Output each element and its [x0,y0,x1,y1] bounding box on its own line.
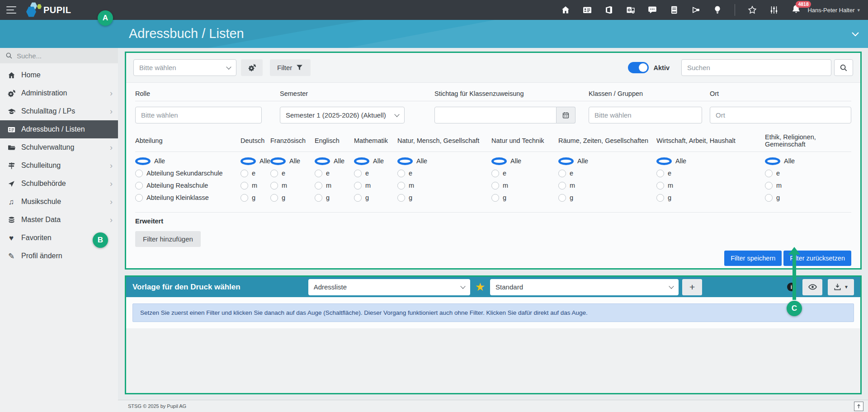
radio-option-abteilung-alle[interactable]: Alle [135,157,241,165]
stichtag-date-input[interactable] [434,107,557,123]
radio-button[interactable] [491,182,499,189]
radio-option-franzoesisch-g[interactable]: g [270,194,315,202]
radio-option-mathematik-alle[interactable]: Alle [354,157,397,165]
radio-button[interactable] [354,157,369,165]
radio-button[interactable] [241,157,256,165]
user-menu[interactable]: Hans-Peter Halter ▾ [807,7,860,14]
radio-button[interactable] [354,170,362,177]
app-logo[interactable]: PUPIL [26,2,71,18]
radio-button[interactable] [397,157,413,165]
radio-option-ethik-religionen-gemeinschaft-m[interactable]: m [765,182,851,189]
hamburger-icon[interactable] [6,6,16,14]
outlook-icon[interactable] [626,5,635,14]
radio-button[interactable] [354,194,362,202]
sliders-icon[interactable] [769,5,778,14]
radio-button[interactable] [491,194,499,202]
radio-option-wirtschaft-arbeit-haushalt-e[interactable]: e [656,170,765,177]
sidebar-item-profil-aendern[interactable]: ✎Profil ändern [0,247,118,265]
radio-option-abteilung-abteilung-sekundarschule[interactable]: Abteilung Sekundarschule [135,170,241,177]
radio-option-ethik-religionen-gemeinschaft-g[interactable]: g [765,194,851,202]
radio-button[interactable] [315,182,322,189]
radio-option-raeume-zeiten-gesellschaften-m[interactable]: m [558,182,656,189]
radio-option-deutsch-e[interactable]: e [241,170,270,177]
radio-option-deutsch-alle[interactable]: Alle [241,157,270,165]
radio-button[interactable] [270,170,278,177]
radio-option-natur-mensch-gesellschaft-m[interactable]: m [397,182,491,189]
radio-option-natur-und-technik-g[interactable]: g [491,194,558,202]
template-variant-select[interactable]: Standard [490,279,679,295]
megaphone-icon[interactable] [691,5,700,14]
radio-button[interactable] [656,170,664,177]
template-select[interactable]: Adressliste [308,279,470,295]
radio-button[interactable] [315,157,330,165]
ort-input[interactable] [710,107,851,123]
radio-button[interactable] [241,170,248,177]
radio-button[interactable] [765,194,773,202]
radio-button[interactable] [315,194,322,202]
radio-button[interactable] [354,182,362,189]
radio-option-abteilung-abteilung-realschule[interactable]: Abteilung Realschule [135,182,241,189]
scroll-to-top-button[interactable] [854,402,863,411]
search-input[interactable] [681,59,831,76]
filter-settings-button[interactable] [241,59,263,76]
contacts-icon[interactable] [583,5,592,14]
radio-option-natur-mensch-gesellschaft-g[interactable]: g [397,194,491,202]
filter-preset-select[interactable]: Bitte wählen [133,59,236,76]
radio-button[interactable] [270,157,286,165]
radio-option-franzoesisch-e[interactable]: e [270,170,315,177]
rolle-input[interactable] [135,107,262,123]
radio-button[interactable] [765,157,780,165]
sidebar-search-input[interactable] [17,52,113,60]
radio-button[interactable] [656,182,664,189]
radio-button[interactable] [135,170,143,177]
radio-button[interactable] [765,170,773,177]
radio-option-wirtschaft-arbeit-haushalt-alle[interactable]: Alle [656,157,765,165]
radio-button[interactable] [241,194,248,202]
radio-button[interactable] [491,157,507,165]
active-toggle[interactable] [628,62,649,73]
radio-option-englisch-e[interactable]: e [315,170,354,177]
radio-option-englisch-alle[interactable]: Alle [315,157,354,165]
reset-filter-button[interactable]: Filter zurücksetzen [783,251,851,266]
radio-button[interactable] [491,170,499,177]
radio-option-englisch-m[interactable]: m [315,182,354,189]
add-template-button[interactable]: + [682,279,702,295]
radio-option-abteilung-abteilung-kleinklasse[interactable]: Abteilung Kleinklasse [135,194,241,202]
radio-option-ethik-religionen-gemeinschaft-alle[interactable]: Alle [765,157,851,165]
radio-button[interactable] [765,182,773,189]
radio-button[interactable] [270,182,278,189]
download-button[interactable]: ▼ [828,279,854,295]
home-icon[interactable] [561,5,570,14]
save-filter-button[interactable]: Filter speichern [724,251,782,266]
radio-option-raeume-zeiten-gesellschaften-alle[interactable]: Alle [558,157,656,165]
sidebar-item-administration[interactable]: Administration› [0,84,118,102]
radio-option-franzoesisch-m[interactable]: m [270,182,315,189]
sidebar-search[interactable] [0,48,118,63]
semester-select[interactable]: Semester 1 (2025-2026) (Aktuell) [280,107,405,123]
radio-button[interactable] [397,170,405,177]
radio-option-deutsch-g[interactable]: g [241,194,270,202]
sidebar-item-adressbuch-listen[interactable]: Adressbuch / Listen [0,120,118,138]
radio-button[interactable] [558,182,566,189]
calendar-button[interactable] [557,107,576,123]
filter-button[interactable]: Filter [270,59,311,76]
radio-button[interactable] [135,157,151,165]
radio-option-mathematik-e[interactable]: e [354,170,397,177]
radio-button[interactable] [656,194,664,202]
preview-eye-button[interactable] [802,279,822,295]
bell-icon[interactable]: 4818 [791,4,801,16]
radio-option-englisch-g[interactable]: g [315,194,354,202]
radio-button[interactable] [558,157,574,165]
radio-button[interactable] [558,170,566,177]
radio-option-deutsch-m[interactable]: m [241,182,270,189]
sidebar-item-schulalltag-lps[interactable]: Schulalltag / LPs› [0,102,118,120]
sidebar-item-master-data[interactable]: Master Data› [0,211,118,229]
radio-button[interactable] [656,157,672,165]
chat-icon[interactable] [648,5,657,14]
radio-button[interactable] [397,194,405,202]
radio-button[interactable] [558,194,566,202]
radio-option-natur-mensch-gesellschaft-alle[interactable]: Alle [397,157,491,165]
radio-option-wirtschaft-arbeit-haushalt-g[interactable]: g [656,194,765,202]
add-filter-button[interactable]: Filter hinzufügen [135,231,201,247]
radio-option-wirtschaft-arbeit-haushalt-m[interactable]: m [656,182,765,189]
